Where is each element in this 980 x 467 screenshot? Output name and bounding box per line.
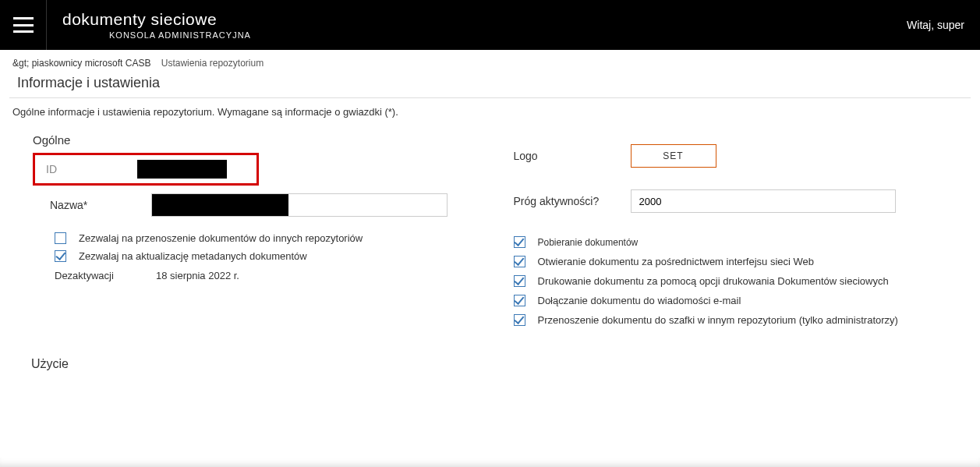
threshold-row: Próg aktywności? — [514, 189, 948, 213]
brand-title: dokumenty sieciowe — [62, 10, 251, 29]
logo-label: Logo — [514, 150, 631, 162]
email-row: Dołączanie dokumentu do wiadomości e-mai… — [514, 295, 948, 306]
brand-subtitle: KONSOLA ADMINISTRACYJNA — [109, 30, 251, 40]
breadcrumb-item-1[interactable]: &gt; piaskownicy microsoft CASB — [12, 58, 150, 69]
logo-set-button[interactable]: SET — [631, 144, 716, 168]
move-cabinet-label: Przenoszenie dokumentu do szafki w innym… — [538, 314, 898, 326]
download-label: Pobieranie dokumentów — [538, 237, 639, 248]
name-value-redacted — [152, 194, 288, 216]
open-web-checkbox[interactable] — [514, 256, 525, 267]
breadcrumb-item-2: Ustawienia repozytorium — [161, 58, 264, 69]
intro-text: Ogólne informacje i ustawienia repozytor… — [0, 106, 980, 130]
logo-row: Logo SET — [514, 144, 948, 168]
print-checkbox[interactable] — [514, 275, 525, 287]
general-section-label: Ogólne — [33, 133, 467, 147]
allow-meta-row: Zezwalaj na aktualizację metadanych doku… — [55, 250, 467, 262]
allow-move-checkbox[interactable] — [55, 232, 66, 244]
open-web-row: Otwieranie dokumentu za pośrednictwem in… — [514, 256, 948, 267]
id-value-redacted — [137, 160, 227, 179]
move-cabinet-checkbox[interactable] — [514, 314, 525, 326]
breadcrumb: &gt; piaskownicy microsoft CASB Ustawien… — [0, 50, 980, 73]
divider — [9, 97, 971, 98]
deactivation-value: 18 sierpnia 2022 r. — [156, 270, 239, 281]
name-label: Nazwa* — [50, 199, 151, 211]
download-checkbox[interactable] — [514, 236, 525, 248]
id-label: ID — [40, 163, 137, 175]
threshold-input[interactable] — [631, 189, 896, 213]
threshold-label: Próg aktywności? — [514, 195, 631, 207]
allow-move-row: Zezwalaj na przenoszenie dokumentów do i… — [55, 232, 467, 244]
allow-move-label: Zezwalaj na przenoszenie dokumentów do i… — [79, 232, 363, 244]
email-checkbox[interactable] — [514, 295, 525, 306]
welcome-text: Witaj, super — [907, 19, 964, 31]
id-row-highlight: ID — [33, 153, 259, 186]
menu-button[interactable] — [0, 0, 47, 50]
usage-section-label: Użycie — [0, 334, 980, 371]
hamburger-icon — [13, 17, 34, 33]
email-label: Dołączanie dokumentu do wiadomości e-mai… — [538, 295, 741, 306]
deactivation-label: Dezaktywacji — [55, 270, 156, 281]
brand: dokumenty sieciowe KONSOLA ADMINISTRACYJ… — [62, 10, 251, 40]
move-cabinet-row: Przenoszenie dokumentu do szafki w innym… — [514, 314, 948, 326]
app-header: dokumenty sieciowe KONSOLA ADMINISTRACYJ… — [0, 0, 980, 50]
open-web-label: Otwieranie dokumentu za pośrednictwem in… — [538, 256, 815, 267]
allow-meta-label: Zezwalaj na aktualizację metadanych doku… — [79, 250, 307, 262]
print-row: Drukowanie dokumentu za pomocą opcji dru… — [514, 275, 948, 287]
deactivation-row: Dezaktywacji 18 sierpnia 2022 r. — [55, 270, 467, 281]
download-row: Pobieranie dokumentów — [514, 236, 948, 248]
print-label: Drukowanie dokumentu za pomocą opcji dru… — [538, 275, 889, 287]
page-title: Informacje i ustawienia — [0, 73, 980, 97]
name-row: Nazwa* — [50, 193, 467, 217]
allow-meta-checkbox[interactable] — [55, 250, 66, 262]
